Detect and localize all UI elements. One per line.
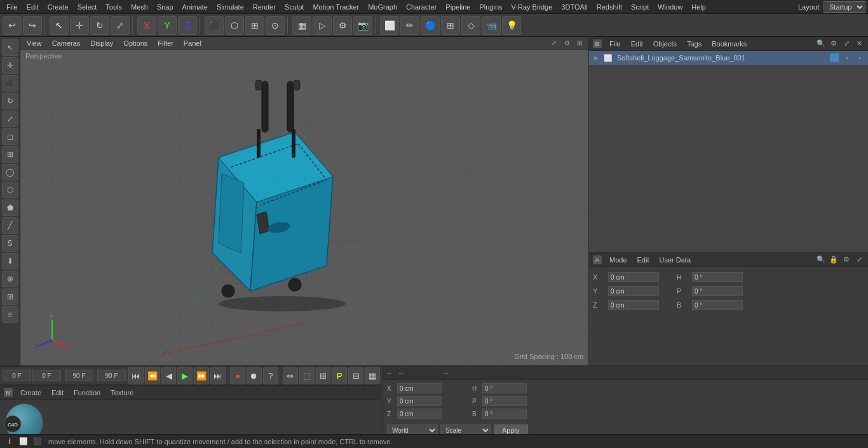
mat-create-btn[interactable]: Create: [18, 388, 44, 397]
menu-simulate[interactable]: Simulate: [213, 2, 248, 12]
y-axis-button[interactable]: Y: [158, 16, 177, 35]
z-pos-input[interactable]: [608, 300, 659, 310]
viewport-panel-menu[interactable]: Panel: [181, 39, 204, 47]
sidebar-icon-13[interactable]: ⬇: [2, 253, 18, 269]
cx-pos-input[interactable]: [397, 383, 442, 393]
sidebar-icon-3[interactable]: ⬛: [2, 75, 18, 92]
sidebar-icon-12[interactable]: S: [2, 235, 18, 252]
sidebar-icon-4[interactable]: ↻: [2, 93, 18, 109]
menu-window[interactable]: Window: [654, 2, 686, 12]
viewport-view-menu[interactable]: View: [24, 39, 44, 47]
camera2-button[interactable]: 📹: [482, 16, 501, 35]
play-back-button[interactable]: ◀: [161, 367, 177, 384]
object-visible-icon[interactable]: ●: [843, 53, 851, 62]
x-pos-input[interactable]: [608, 272, 659, 282]
viewport-canvas[interactable]: Perspective: [20, 50, 588, 365]
object-color-dot[interactable]: [830, 53, 839, 62]
py-rot-input[interactable]: [482, 396, 527, 406]
z-axis-button[interactable]: Z: [178, 16, 197, 35]
p-rot-input[interactable]: [692, 286, 743, 296]
redo-button[interactable]: ↪: [23, 16, 42, 35]
viewport-filter-menu[interactable]: Filter: [155, 39, 175, 47]
cz-pos-input[interactable]: [397, 409, 442, 419]
render-settings-button[interactable]: ⚙: [333, 16, 352, 35]
sidebar-icon-10[interactable]: ⬟: [2, 200, 18, 216]
expand-arrow[interactable]: ▶: [593, 55, 599, 61]
menu-pipeline[interactable]: Pipeline: [442, 2, 474, 12]
mat-texture-btn[interactable]: Texture: [108, 388, 136, 397]
auto-key-button[interactable]: ⏺: [247, 367, 262, 384]
mat-edit-btn[interactable]: Edit: [49, 388, 66, 397]
sidebar-icon-15[interactable]: ⊞: [2, 288, 18, 305]
bz-rot-input[interactable]: [482, 409, 527, 419]
menu-create[interactable]: Create: [44, 2, 72, 12]
edge-mode-button[interactable]: ⬡: [225, 16, 244, 35]
menu-vray[interactable]: V-Ray Bridge: [508, 2, 557, 12]
x-axis-button[interactable]: X: [137, 16, 156, 35]
sidebar-icon-14[interactable]: ⊕: [2, 271, 18, 287]
render-active-button[interactable]: ▷: [313, 16, 332, 35]
vp-icon-expand[interactable]: ⤢: [549, 38, 559, 48]
warning-icon[interactable]: ⬜: [18, 436, 29, 447]
attr-lock-icon[interactable]: 🔒: [829, 255, 839, 265]
cube-button[interactable]: ⬜: [380, 16, 399, 35]
key-all-button[interactable]: ?: [263, 367, 278, 384]
cy-pos-input[interactable]: [397, 396, 442, 406]
b-rot-input[interactable]: [692, 300, 743, 310]
spline-button[interactable]: ✏: [400, 16, 419, 35]
menu-mograph[interactable]: MoGraph: [364, 2, 401, 12]
viewport-options-menu[interactable]: Options: [121, 39, 150, 47]
layout-select[interactable]: Startup: [824, 1, 865, 13]
sidebar-icon-11[interactable]: ╱: [2, 217, 18, 234]
attr-expand-icon[interactable]: ⤢: [854, 255, 864, 265]
attr-search-icon[interactable]: 🔍: [816, 255, 826, 265]
menu-render[interactable]: Render: [249, 2, 280, 12]
h-rot-input[interactable]: [692, 272, 743, 282]
vp-icon-grid[interactable]: ⊞: [574, 38, 585, 48]
menu-animate[interactable]: Animate: [179, 2, 212, 12]
attr-tab-userdata[interactable]: User Data: [657, 255, 694, 265]
menu-help[interactable]: Help: [688, 2, 710, 12]
attr-tab-edit[interactable]: Edit: [635, 255, 652, 265]
y-pos-input[interactable]: [608, 286, 659, 296]
play-forward-button[interactable]: ▶: [177, 367, 193, 384]
preview-end-input[interactable]: [65, 370, 93, 381]
menu-motion-tracker[interactable]: Motion Tracker: [309, 2, 363, 12]
menu-character[interactable]: Character: [402, 2, 440, 12]
close-icon[interactable]: ✕: [854, 39, 864, 49]
menu-plugins[interactable]: Plugins: [475, 2, 506, 12]
vp-icon-settings[interactable]: ⚙: [562, 38, 572, 48]
sidebar-icon-5[interactable]: ⤢: [2, 111, 18, 127]
sidebar-icon-9[interactable]: ⬡: [2, 182, 18, 198]
menu-script[interactable]: Script: [627, 2, 653, 12]
error-icon[interactable]: ⬛: [32, 436, 43, 447]
sidebar-icon-8[interactable]: ◯: [2, 164, 18, 180]
p-mode-button[interactable]: P: [332, 367, 347, 384]
menu-mesh[interactable]: Mesh: [127, 2, 152, 12]
prev-key-button[interactable]: ⏪: [145, 367, 160, 384]
menu-3dtoall[interactable]: 3DTOAll: [557, 2, 591, 12]
go-start-button[interactable]: ⏮: [128, 367, 144, 384]
sidebar-icon-6[interactable]: ◻: [2, 128, 18, 145]
grid-button[interactable]: ⊟: [348, 367, 363, 384]
tab-objects[interactable]: Objects: [651, 39, 679, 49]
preview-start-input[interactable]: [32, 370, 61, 381]
rotate-tool-button[interactable]: ↻: [90, 16, 109, 35]
menu-snap[interactable]: Snap: [153, 2, 177, 12]
settings-icon[interactable]: ⚙: [829, 39, 839, 49]
array-button[interactable]: ⊞: [441, 16, 460, 35]
menu-sculpt[interactable]: Sculpt: [281, 2, 308, 12]
object-row-luggage[interactable]: ▶ ⬜ Softshell_Luggage_Samsonite_Blue_001…: [589, 51, 868, 65]
record-button[interactable]: ●: [230, 367, 245, 384]
poly-mode-button[interactable]: ⊞: [245, 16, 264, 35]
menu-redshift[interactable]: Redshift: [593, 2, 626, 12]
motion-button[interactable]: ⇔: [283, 367, 298, 384]
tab-bookmarks[interactable]: Bookmarks: [709, 39, 749, 49]
render-region-button[interactable]: ▦: [292, 16, 311, 35]
mat-function-btn[interactable]: Function: [71, 388, 103, 397]
move-tool-button[interactable]: ✛: [70, 16, 89, 35]
info-icon[interactable]: ℹ: [4, 436, 15, 447]
attr-tab-mode[interactable]: Mode: [607, 255, 630, 265]
object-mode-button[interactable]: ⬛: [205, 16, 224, 35]
sidebar-icon-2[interactable]: ✛: [2, 57, 18, 74]
